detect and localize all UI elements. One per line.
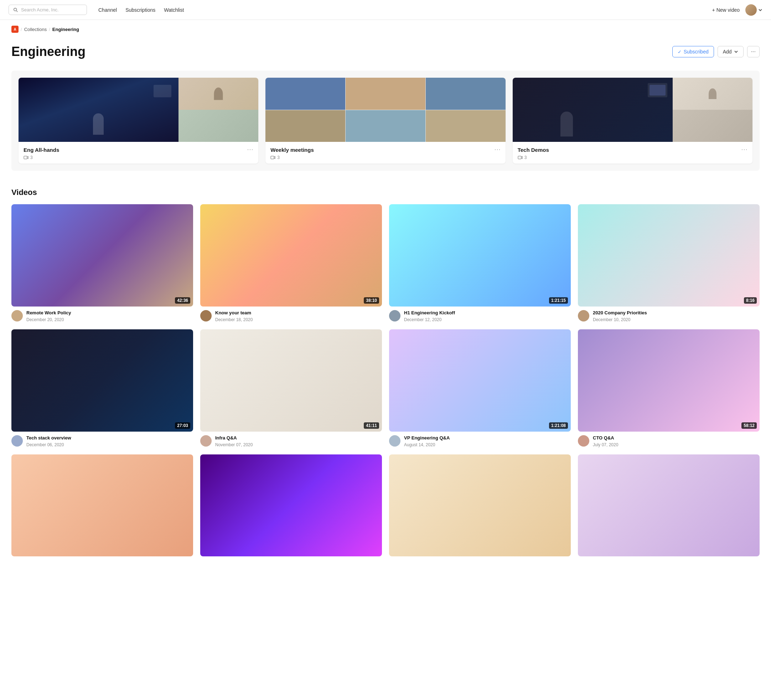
video-icon [518, 155, 523, 160]
nav-watchlist[interactable]: Watchlist [164, 7, 184, 13]
video-avatar [578, 435, 589, 447]
video-date: December 18, 2020 [215, 317, 253, 322]
video-avatar [200, 310, 211, 321]
videos-grid: 42:36 Remote Work Policy December 20, 20… [11, 204, 760, 560]
video-title: Know your team [215, 310, 253, 316]
collection-name: Tech Demos [518, 147, 549, 153]
video-date: August 14, 2020 [404, 442, 450, 447]
video-card[interactable]: 58:12 CTO Q&A July 07, 2020 [578, 329, 760, 447]
video-icon [23, 155, 29, 160]
collection-info: Weekly meetings ⋯ 3 [265, 142, 505, 164]
video-date: December 20, 2020 [26, 317, 71, 322]
video-date: July 07, 2020 [593, 442, 618, 447]
video-duration: 58:12 [742, 422, 757, 429]
video-duration: 8:16 [744, 297, 757, 304]
video-info: CTO Q&A July 07, 2020 [578, 435, 760, 447]
subscribed-button[interactable]: ✓ Subscribed [672, 46, 714, 57]
chevron-down-icon [734, 50, 738, 54]
video-thumbnail: 1:21:08 [389, 329, 571, 431]
video-info: H1 Engineering Kickoff December 12, 2020 [389, 310, 571, 322]
video-card[interactable]: 8:16 2020 Company Priorities December 10… [578, 204, 760, 322]
video-card[interactable]: 38:10 Know your team December 18, 2020 [200, 204, 382, 322]
collection-card[interactable]: Weekly meetings ⋯ 3 [265, 78, 505, 164]
collections-grid: Eng All-hands ⋯ 3 Weekly [11, 70, 760, 171]
video-card[interactable]: 42:36 Remote Work Policy December 20, 20… [11, 204, 193, 322]
search-icon [13, 8, 18, 13]
nav-subscriptions[interactable]: Subscriptions [125, 7, 155, 13]
video-card[interactable]: 27:03 Tech stack overview December 06, 2… [11, 329, 193, 447]
video-thumbnail: 41:11 [200, 329, 382, 431]
page-header: Engineering ✓ Subscribed Add ··· [0, 36, 771, 70]
video-card[interactable]: 1:21:08 VP Engineering Q&A August 14, 20… [389, 329, 571, 447]
collection-info: Eng All-hands ⋯ 3 [18, 142, 258, 164]
nav-channel[interactable]: Channel [98, 7, 117, 13]
video-icon [270, 155, 275, 160]
svg-line-1 [16, 11, 18, 12]
collection-info: Tech Demos ⋯ 3 [513, 142, 753, 164]
video-card[interactable] [578, 454, 760, 560]
check-icon: ✓ [678, 49, 682, 55]
video-avatar [389, 435, 400, 447]
video-thumbnail [200, 454, 382, 557]
videos-section-title: Videos [11, 188, 760, 197]
video-title: H1 Engineering Kickoff [404, 310, 455, 316]
video-duration: 41:11 [364, 422, 379, 429]
video-date: December 06, 2020 [26, 442, 71, 447]
video-thumbnail: 1:21:15 [389, 204, 571, 306]
video-duration: 38:10 [364, 297, 379, 304]
video-card[interactable] [11, 454, 193, 560]
breadcrumb-collections[interactable]: Collections [24, 27, 47, 32]
nav-right: + New video [712, 4, 763, 16]
add-button[interactable]: Add [717, 46, 743, 57]
collection-meta: 3 [23, 155, 253, 160]
user-avatar-button[interactable] [745, 4, 763, 16]
video-card[interactable] [389, 454, 571, 560]
video-title: CTO Q&A [593, 435, 618, 441]
svg-rect-3 [271, 156, 274, 159]
collection-more-button[interactable]: ⋯ [741, 146, 748, 153]
video-duration: 1:21:08 [549, 422, 568, 429]
video-thumbnail [11, 454, 193, 557]
video-meta: Remote Work Policy December 20, 2020 [26, 310, 71, 322]
page-title: Engineering [11, 44, 86, 59]
collection-more-button[interactable]: ⋯ [247, 146, 253, 153]
collections-section: Eng All-hands ⋯ 3 Weekly [0, 70, 771, 560]
nav-links: Channel Subscriptions Watchlist [98, 7, 184, 13]
chevron-down-icon [758, 8, 763, 12]
video-avatar [578, 310, 589, 321]
video-meta: 2020 Company Priorities December 10, 202… [593, 310, 647, 322]
video-info: Know your team December 18, 2020 [200, 310, 382, 322]
video-avatar [11, 310, 23, 321]
collection-thumbnail [513, 78, 753, 142]
video-thumbnail: 58:12 [578, 329, 760, 431]
collection-more-button[interactable]: ⋯ [494, 146, 501, 153]
collection-meta: 3 [270, 155, 500, 160]
collection-meta: 3 [518, 155, 748, 160]
search-placeholder: Search Acme, Inc. [21, 7, 59, 13]
video-thumbnail [389, 454, 571, 557]
avatar [745, 4, 757, 16]
collection-thumbnail [18, 78, 258, 142]
video-card[interactable]: 1:21:15 H1 Engineering Kickoff December … [389, 204, 571, 322]
video-thumbnail: 8:16 [578, 204, 760, 306]
video-date: November 07, 2020 [215, 442, 253, 447]
search-box[interactable]: Search Acme, Inc. [8, 5, 87, 15]
collection-card[interactable]: Eng All-hands ⋯ 3 [18, 78, 258, 164]
svg-rect-4 [518, 156, 521, 159]
video-card[interactable] [200, 454, 382, 560]
video-card[interactable]: 41:11 Infra Q&A November 07, 2020 [200, 329, 382, 447]
header-actions: ✓ Subscribed Add ··· [672, 46, 760, 57]
video-avatar [200, 435, 211, 447]
video-duration: 42:36 [175, 297, 190, 304]
collection-card[interactable]: Tech Demos ⋯ 3 [513, 78, 753, 164]
video-duration: 27:03 [175, 422, 190, 429]
more-options-button[interactable]: ··· [747, 46, 760, 57]
navbar: Search Acme, Inc. Channel Subscriptions … [0, 0, 771, 20]
video-avatar [389, 310, 400, 321]
collection-thumbnail [265, 78, 505, 142]
video-meta: H1 Engineering Kickoff December 12, 2020 [404, 310, 455, 322]
collection-name: Eng All-hands [23, 147, 59, 153]
new-video-button[interactable]: + New video [712, 7, 740, 13]
video-title: Remote Work Policy [26, 310, 71, 316]
video-meta: VP Engineering Q&A August 14, 2020 [404, 435, 450, 447]
